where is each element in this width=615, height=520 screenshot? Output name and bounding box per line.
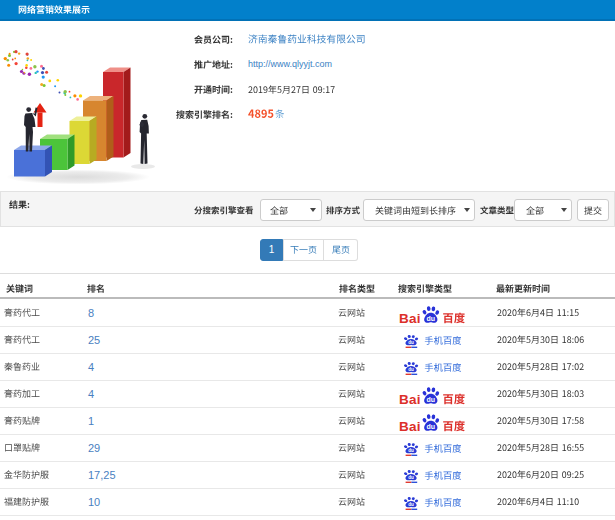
svg-text:du: du <box>408 340 414 345</box>
svg-text:Bai: Bai <box>399 311 421 324</box>
svg-text:Bai: Bai <box>399 419 421 432</box>
svg-text:du: du <box>408 367 414 372</box>
svg-text:du: du <box>426 315 435 322</box>
svg-text:du: du <box>408 502 414 507</box>
svg-text:du: du <box>408 475 414 480</box>
svg-text:du: du <box>426 396 435 403</box>
svg-text:Bai: Bai <box>399 392 421 405</box>
svg-text:du: du <box>426 423 435 430</box>
svg-text:du: du <box>408 448 414 453</box>
